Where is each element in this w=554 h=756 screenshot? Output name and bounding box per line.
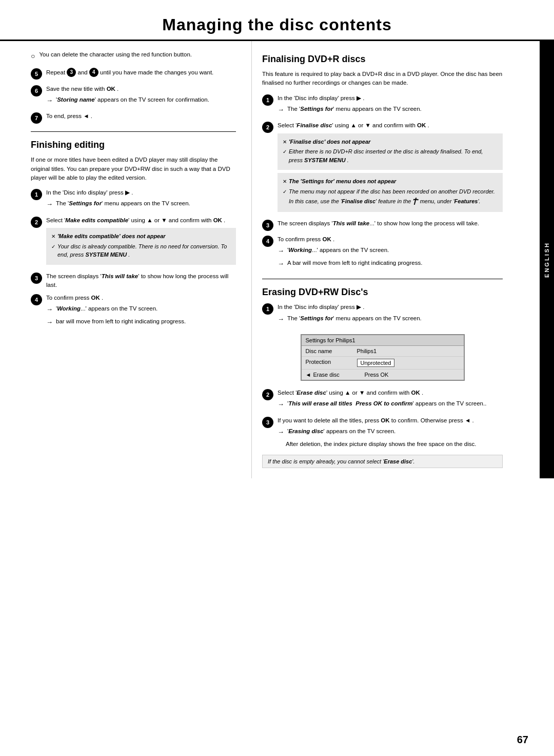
e-step-2: 2 Select 'Erase disc' using ▲ or ▼ and c… bbox=[262, 389, 503, 412]
f-step-3-num: 3 bbox=[262, 220, 273, 231]
e-step-1: 1 In the 'Disc info display' press ▶ . →… bbox=[262, 303, 503, 326]
tv-protection-value: Unprotected bbox=[357, 359, 395, 367]
tv-erase-value: Press OK bbox=[364, 372, 388, 378]
tv-row-3: ◄ Erase disc Press OK bbox=[302, 370, 464, 380]
x-icon: ✕ bbox=[51, 232, 55, 240]
check-icon-f1: ✓ bbox=[283, 148, 287, 156]
note-item-check: ✓ Your disc is already compatible. There… bbox=[51, 242, 231, 259]
arrow-icon-e1: → bbox=[278, 314, 284, 324]
fe-step-3: 3 The screen displays 'This will take' t… bbox=[31, 272, 236, 290]
f-step-1-num: 1 bbox=[262, 94, 273, 106]
e-step2-arrow: → 'This will erase all titles Press OK t… bbox=[278, 399, 503, 410]
tv-row-2: Protection Unprotected bbox=[302, 357, 464, 370]
e-step3-arrow1-text: 'Erasing disc' appears on the TV screen. bbox=[287, 427, 395, 436]
top-note: ○ You can delete the character using the… bbox=[31, 51, 236, 62]
f-step-4-num: 4 bbox=[262, 236, 273, 247]
content-area: ○ You can delete the character using the… bbox=[0, 41, 554, 478]
finishing-editing-heading: Finishing editing bbox=[31, 140, 236, 150]
language-sidebar: ENGLISH bbox=[540, 41, 554, 478]
step6-arrow: → 'Storing name' appears on the TV scree… bbox=[46, 95, 236, 106]
tv-erase-arrow-icon: ◄ bbox=[306, 372, 311, 378]
step-7-num: 7 bbox=[31, 112, 42, 124]
step5-text2: until you have made the changes you want… bbox=[100, 69, 213, 75]
arrow-icon-f4a: → bbox=[278, 246, 284, 256]
f-step4-arrow1: → 'Working...' appears on the TV screen. bbox=[278, 246, 503, 256]
fe-step-1: 1 In the 'Disc info display' press ▶ . →… bbox=[31, 188, 236, 212]
tv-erase-label: Erase disc bbox=[313, 372, 364, 378]
arrow-icon: → bbox=[46, 95, 53, 106]
tv-screen-mockup: Settings for Philips1 Disc name Philips1… bbox=[301, 334, 465, 381]
f-step-4-content: To confirm press OK . → 'Working...' app… bbox=[278, 235, 503, 271]
tv-protection-label: Protection bbox=[306, 359, 357, 367]
f-step-1-content: In the 'Disc info display' press ▶ . → T… bbox=[278, 94, 503, 118]
arrow-icon-e3a: → bbox=[278, 427, 284, 437]
e-step-3-num: 3 bbox=[262, 417, 273, 428]
f-step2-notebox1: ✕ 'Finalise disc' does not appear ✓ Eith… bbox=[278, 133, 503, 170]
num3-badge: 3 bbox=[67, 68, 76, 77]
e-step-2-content: Select 'Erase disc' using ▲ or ▼ and con… bbox=[278, 389, 503, 412]
step-6-content: Save the new title with OK . → 'Storing … bbox=[46, 85, 236, 108]
divider bbox=[31, 131, 236, 132]
fe-step-3-num: 3 bbox=[31, 273, 42, 284]
page-number: 67 bbox=[517, 734, 528, 746]
arrow-icon-f4b: → bbox=[278, 259, 284, 269]
step6-ok: OK bbox=[107, 86, 115, 92]
tv-row-1: Disc name Philips1 bbox=[302, 346, 464, 357]
f-step-4: 4 To confirm press OK . → 'Working...' a… bbox=[262, 235, 503, 271]
step6-arrow-text: 'Storing name' appears on the TV screen … bbox=[56, 95, 209, 104]
arrow-icon-fe4b: → bbox=[46, 317, 53, 327]
page-header: Managing the disc contents bbox=[0, 0, 554, 41]
fe-step-2-content: Select 'Make edits compatible' using ▲ o… bbox=[46, 216, 236, 268]
step6-text: Save the new title with bbox=[46, 86, 107, 92]
top-note-text: You can delete the character using the r… bbox=[39, 51, 192, 57]
fe-step-4: 4 To confirm press OK . → 'Working...' a… bbox=[31, 294, 236, 329]
step-7-content: To end, press ◄ . bbox=[46, 112, 236, 121]
and-text: and bbox=[77, 69, 89, 75]
step-6: 6 Save the new title with OK . → 'Storin… bbox=[31, 85, 236, 108]
fe-step-1-content: In the 'Disc info display' press ▶ . → T… bbox=[46, 188, 236, 212]
fe-step-4-num: 4 bbox=[31, 294, 42, 305]
f-step-2: 2 Select 'Finalise disc' using ▲ or ▼ an… bbox=[262, 121, 503, 215]
e-step2-arrow-text: 'This will erase all titles Press OK to … bbox=[287, 399, 486, 408]
right-column: Finalising DVD+R discs This feature is r… bbox=[251, 41, 518, 478]
notebox1-title: 'Finalise disc' does not appear bbox=[289, 138, 370, 146]
f-step4-arrow2-text: A bar will move from left to right indic… bbox=[287, 259, 422, 267]
step-5-content: Repeat 3 and 4 until you have made the c… bbox=[46, 68, 236, 77]
f-step1-arrow-text: The 'Settings for' menu appears on the T… bbox=[287, 105, 422, 113]
divider-right bbox=[262, 279, 503, 279]
num4-badge: 4 bbox=[89, 68, 98, 77]
notebox1-x: ✕ 'Finalise disc' does not appear bbox=[283, 138, 498, 146]
step-5-num: 5 bbox=[31, 68, 42, 80]
fe-step-2-num: 2 bbox=[31, 217, 42, 228]
fe-step-4-content: To confirm press OK . → 'Working...' app… bbox=[46, 294, 236, 329]
bullet-icon: ○ bbox=[31, 51, 35, 62]
e-step3-arrow1: → 'Erasing disc' appears on the TV scree… bbox=[278, 427, 503, 437]
finishing-editing-desc: If one or more titles have been edited a… bbox=[31, 156, 236, 182]
check-icon-f2: ✓ bbox=[283, 188, 287, 196]
fe-step2-notebox: ✕ 'Make edits compatible' does not appea… bbox=[46, 228, 236, 265]
x-icon-f1: ✕ bbox=[283, 138, 287, 146]
arrow-icon-fe1: → bbox=[46, 199, 53, 209]
e-step-2-num: 2 bbox=[262, 389, 273, 400]
left-column: ○ You can delete the character using the… bbox=[0, 41, 251, 478]
notebox2-x: ✕ The 'Settings for' menu does not appea… bbox=[283, 177, 498, 186]
notebox2-check: ✓ The menu may not appear if the disc ha… bbox=[283, 187, 498, 207]
e-step-3-content: If you want to delete all the titles, pr… bbox=[278, 416, 503, 449]
note-item-x: ✕ 'Make edits compatible' does not appea… bbox=[51, 232, 231, 241]
fe-step-3-content: The screen displays 'This will take' to … bbox=[46, 272, 236, 290]
tv-screen-header: Settings for Philips1 bbox=[302, 335, 464, 346]
arrow-icon-e2: → bbox=[278, 399, 284, 410]
notebox1-check-text: Either there is no DVD+R disc inserted o… bbox=[289, 147, 498, 164]
f-step-3: 3 The screen displays 'This will take...… bbox=[262, 219, 503, 231]
e-step-1-num: 1 bbox=[262, 303, 273, 315]
f-step2-notebox2: ✕ The 'Settings for' menu does not appea… bbox=[278, 173, 503, 212]
notebox2-title: The 'Settings for' menu does not appear bbox=[289, 177, 396, 186]
finalising-section: Finalising DVD+R discs This feature is r… bbox=[262, 54, 503, 271]
fe-step1-text: In the 'Disc info display' press ▶ . bbox=[46, 189, 133, 196]
step-7: 7 To end, press ◄ . bbox=[31, 112, 236, 124]
fe-step1-arrow-text: The 'Settings for' menu appears on the T… bbox=[56, 199, 190, 208]
step-5: 5 Repeat 3 and 4 until you have made the… bbox=[31, 68, 236, 80]
f-step-1: 1 In the 'Disc info display' press ▶ . →… bbox=[262, 94, 503, 118]
check-icon: ✓ bbox=[51, 243, 55, 250]
e-step-3: 3 If you want to delete all the titles, … bbox=[262, 416, 503, 449]
